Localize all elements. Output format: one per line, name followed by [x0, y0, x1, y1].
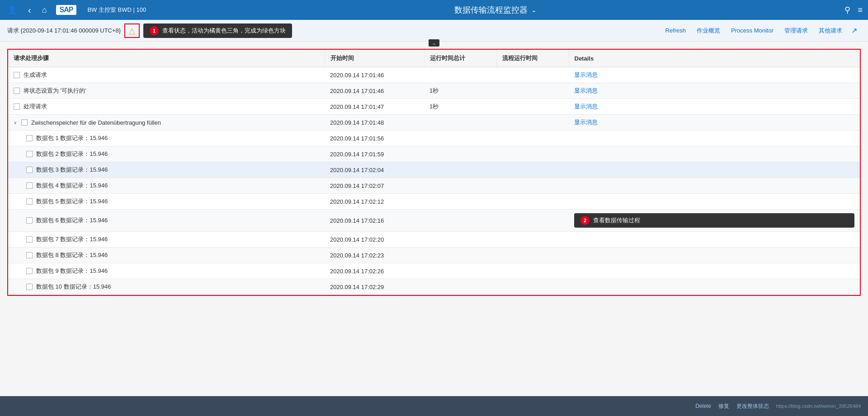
- start-time-cell: 2020.09.14 17:02:12: [325, 194, 424, 210]
- col-header-step: 请求处理步骤: [8, 50, 325, 67]
- step-label: Zwischenspeicher für die Datenübertragun…: [31, 119, 161, 126]
- start-time-cell: 2020.09.14 17:02:16: [325, 210, 424, 232]
- expand-icon[interactable]: ∨: [14, 120, 17, 125]
- details-cell: [569, 232, 860, 248]
- step-cell-inner: 数据包 1 数据记录：15.946: [26, 134, 319, 142]
- runtime-cell: [424, 162, 496, 178]
- runtime-cell: [424, 146, 496, 162]
- details-cell: [569, 146, 860, 162]
- step-cell: ∨Zwischenspeicher für die Datenübertragu…: [8, 115, 325, 131]
- step-checkbox[interactable]: [26, 252, 33, 258]
- step-checkbox[interactable]: [26, 217, 33, 224]
- step-checkbox[interactable]: [26, 268, 33, 274]
- footer: Delete 修复 更改整体状态 https://blog.csdn.net/w…: [0, 396, 868, 416]
- process-table: 请求处理步骤 开始时间 运行时间总计 流程运行时间 Details 生成请求20…: [8, 50, 860, 295]
- step-checkbox[interactable]: [14, 88, 20, 94]
- step-checkbox[interactable]: [26, 135, 33, 141]
- export-icon[interactable]: ↗: [848, 24, 861, 37]
- step-cell-inner: 生成请求: [14, 71, 319, 79]
- menu-icon[interactable]: ≡: [858, 5, 863, 15]
- request-label: 请求 {2020-09-14 17:01:46 000009 UTC+8}: [7, 27, 121, 35]
- start-time-cell: 2020.09.14 17:02:26: [325, 263, 424, 279]
- step-checkbox[interactable]: [26, 284, 33, 290]
- runtime-cell: [424, 232, 496, 248]
- details-cell: [569, 131, 860, 146]
- toolbar: 请求 {2020-09-14 17:01:46 000009 UTC+8} △ …: [0, 20, 868, 42]
- runtime-cell: [424, 279, 496, 295]
- job-overview-button[interactable]: 作业概览: [691, 25, 726, 37]
- bw-title: BW 主控室 BWD | 100: [87, 6, 146, 14]
- details-cell: [569, 178, 860, 194]
- table-row: 数据包 4 数据记录：15.9462020.09.14 17:02:07: [8, 178, 860, 194]
- page-title-center: 数据传输流程监控器 ⌄: [153, 5, 837, 15]
- toolbar-chevron-down[interactable]: ⌄: [429, 39, 439, 47]
- table-row: 数据包 8 数据记录：15.9462020.09.14 17:02:23: [8, 248, 860, 263]
- start-time-cell: 2020.09.14 17:01:59: [325, 146, 424, 162]
- step-checkbox[interactable]: [21, 119, 28, 126]
- process-monitor-button[interactable]: Process Monitor: [726, 25, 779, 36]
- flowtime-cell: [496, 99, 569, 115]
- delete-link[interactable]: Delete: [695, 403, 711, 409]
- step-cell: 生成请求: [8, 67, 325, 83]
- tooltip-badge-2: 2: [580, 216, 590, 225]
- flowtime-cell: [496, 263, 569, 279]
- details-link[interactable]: 显示消息: [574, 103, 598, 110]
- step-label: 数据包 1 数据记录：15.946: [36, 134, 108, 142]
- step-label: 数据包 3 数据记录：15.946: [36, 166, 108, 174]
- table-row: ∨Zwischenspeicher für die Datenübertragu…: [8, 115, 860, 131]
- step-cell: 数据包 10 数据记录：15.946: [8, 279, 325, 295]
- tooltip-text-1: 查看状态，活动为橘黄色三角，完成为绿色方块: [162, 27, 286, 35]
- step-checkbox[interactable]: [26, 236, 33, 243]
- step-checkbox[interactable]: [26, 151, 33, 157]
- step-checkbox[interactable]: [26, 167, 33, 173]
- warning-icon-box[interactable]: △: [124, 23, 140, 38]
- step-cell-inner: 处理请求: [14, 103, 319, 111]
- step-cell-inner: 数据包 9 数据记录：15.946: [26, 267, 319, 275]
- back-icon[interactable]: ‹: [26, 3, 33, 17]
- other-request-button[interactable]: 其他请求: [813, 25, 848, 37]
- table-row: 数据包 2 数据记录：15.9462020.09.14 17:01:59: [8, 146, 860, 162]
- step-label: 数据包 7 数据记录：15.946: [36, 235, 108, 243]
- details-cell: 显示消息: [569, 83, 860, 99]
- flowtime-cell: [496, 178, 569, 194]
- details-link[interactable]: 显示消息: [574, 87, 598, 94]
- step-cell: 数据包 8 数据记录：15.946: [8, 248, 325, 263]
- step-label: 数据包 9 数据记录：15.946: [36, 267, 108, 275]
- table-row: 生成请求2020.09.14 17:01:46显示消息: [8, 67, 860, 83]
- step-cell: 数据包 6 数据记录：15.946: [8, 210, 325, 232]
- home-icon[interactable]: ⌂: [40, 4, 49, 17]
- tooltip-status: 1 查看状态，活动为橘黄色三角，完成为绿色方块: [143, 23, 292, 38]
- modify-link[interactable]: 修复: [718, 402, 729, 410]
- start-time-cell: 2020.09.14 17:01:56: [325, 131, 424, 146]
- tooltip-data-transfer: 2查看数据传输过程: [574, 213, 854, 228]
- step-checkbox[interactable]: [26, 182, 33, 189]
- start-time-cell: 2020.09.14 17:02:07: [325, 178, 424, 194]
- runtime-cell: [424, 210, 496, 232]
- start-time-cell: 2020.09.14 17:02:29: [325, 279, 424, 295]
- step-label: 数据包 4 数据记录：15.946: [36, 182, 108, 190]
- start-time-cell: 2020.09.14 17:02:23: [325, 248, 424, 263]
- step-label: 数据包 6 数据记录：15.946: [36, 216, 108, 224]
- user-icon[interactable]: 👤: [5, 3, 19, 17]
- details-link[interactable]: 显示消息: [574, 119, 598, 126]
- step-label: 数据包 10 数据记录：15.946: [36, 283, 111, 291]
- refresh-button[interactable]: Refresh: [660, 25, 692, 36]
- warning-triangle-icon: △: [129, 26, 135, 36]
- table-row: 数据包 5 数据记录：15.9462020.09.14 17:02:12: [8, 194, 860, 210]
- manage-request-button[interactable]: 管理请求: [779, 25, 813, 37]
- step-label: 数据包 2 数据记录：15.946: [36, 150, 108, 158]
- step-cell-inner: 数据包 2 数据记录：15.946: [26, 150, 319, 158]
- search-icon[interactable]: ⚲: [844, 5, 850, 15]
- start-time-cell: 2020.09.14 17:01:47: [325, 99, 424, 115]
- tooltip-badge-1: 1: [150, 26, 159, 35]
- restore-link[interactable]: 更改整体状态: [736, 402, 769, 410]
- step-label: 数据包 8 数据记录：15.946: [36, 251, 108, 259]
- step-cell: 数据包 3 数据记录：15.946: [8, 162, 325, 178]
- step-checkbox[interactable]: [14, 103, 20, 110]
- step-checkbox[interactable]: [26, 198, 33, 205]
- details-link[interactable]: 显示消息: [574, 71, 598, 78]
- runtime-cell: [424, 178, 496, 194]
- page-title-chevron[interactable]: ⌄: [531, 6, 537, 14]
- step-checkbox[interactable]: [14, 72, 20, 78]
- table-row: 数据包 10 数据记录：15.9462020.09.14 17:02:29: [8, 279, 860, 295]
